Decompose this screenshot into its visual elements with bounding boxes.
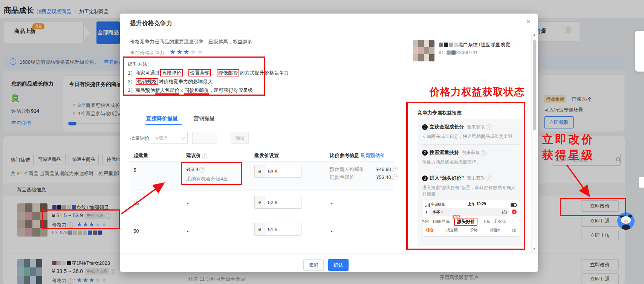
- phone-search-pill: 水杯 ×: [429, 208, 510, 216]
- col-header-suggest: 建议价?: [186, 152, 208, 159]
- panel-divider: [422, 170, 519, 170]
- col-header-set-price: 批发价设置: [254, 152, 279, 159]
- sort-price: 价格: [470, 228, 477, 233]
- methods-annotation-box: 提升方法: 1）商家可通过直接降价、设置营销、降低邮费的方式提升价格竞争力 2）…: [123, 56, 265, 96]
- clear-icon: ×: [441, 210, 443, 214]
- qty-cell: 50: [133, 228, 139, 234]
- battery-icon: [511, 203, 517, 207]
- ref-info-cell: -: [331, 200, 332, 206]
- modal-product-thumbnail: [413, 40, 434, 61]
- help-icon[interactable]: ?: [202, 153, 207, 159]
- help-icon[interactable]: ?: [486, 124, 491, 130]
- bulk-adjust-select[interactable]: 请选择: [151, 132, 188, 144]
- number-1-icon: 1: [422, 124, 428, 130]
- screen: 商品成长 消费品现货商品 | 加工定制商品 商品上新 流量 全部商品 通天打爆 …: [0, 0, 644, 284]
- methods-line-3: 3）商品预估新人包邮价＜同款包邮价，即可获得对应星级: [128, 86, 260, 95]
- row-divider: [130, 191, 394, 191]
- ref-info-cell: 预估新人包邮价¥46.90? 同款包邮价¥53.40?: [330, 165, 398, 181]
- col-header-ref: 比价参考信息 刷新预估价: [330, 152, 385, 159]
- yuan-prefix: ¥: [255, 165, 265, 177]
- suggest-annotation-box: [181, 162, 242, 185]
- star-icon: ★: [197, 48, 204, 56]
- benefits-panel-title: 竞争力专属权益预览: [418, 110, 462, 116]
- ref-label: 预估新人包邮价: [330, 165, 369, 173]
- ref-value: ¥53.40: [369, 173, 391, 181]
- methods-line-1: 1）商家可通过直接降价、设置营销、降低邮费的方式提升价格竞争力: [128, 69, 260, 77]
- tabs-divider: [130, 125, 394, 125]
- number-3-icon: 3: [422, 176, 428, 181]
- notification-badge: 4: [512, 209, 517, 214]
- phone-tab-source-price: 源头好价 包邮: [454, 218, 477, 226]
- modal-scrollbar: ▲ ▼: [531, 32, 537, 253]
- assistant-avatar[interactable]: [617, 212, 635, 230]
- ref-label: 同款包邮价: [330, 173, 369, 181]
- phone-tabs-row: 全部 1688严选 源头好价 包邮 上新 工业品: [422, 217, 520, 226]
- free-shipping-badge: 包邮: [453, 215, 460, 219]
- ref-value: ¥46.90: [369, 165, 391, 173]
- scroll-up-icon[interactable]: ▲: [533, 33, 536, 37]
- underline-same-item-price: 同款包邮价: [184, 87, 209, 95]
- phone-tab: 工业品: [493, 219, 506, 224]
- mascot-nose: [624, 220, 628, 223]
- star-icon: ★: [170, 48, 176, 56]
- number-2-icon: 2: [422, 150, 428, 156]
- modal-product-title: 黑白条纹T恤圆领显瘦宽…: [439, 41, 533, 48]
- help-icon[interactable]: ?: [486, 176, 491, 181]
- benefit-item-title: 3进入“源头好价”暂未获取?: [422, 175, 519, 182]
- suggest-price-cell: -: [187, 228, 188, 234]
- close-icon[interactable]: ✕: [526, 18, 531, 25]
- help-icon[interactable]: ?: [481, 150, 486, 156]
- bulk-adjust-input[interactable]: [193, 132, 217, 144]
- refresh-estimate-link[interactable]: 刷新预估价: [361, 153, 385, 158]
- benefit-item-desc: 价格力商品获搜索流量扶持。: [422, 159, 519, 165]
- phone-tab: 上新: [482, 219, 490, 224]
- tab-marketing[interactable]: 营销提星: [194, 115, 215, 122]
- col-header-qty: 起批量: [133, 152, 148, 159]
- panel-divider: [422, 144, 519, 145]
- phone-status-bar: 中国联通 上午 10:29: [422, 200, 520, 207]
- phone-mockup: 中国联通 上午 10:29 ‹ 水杯 × 4 全部 1688严: [422, 200, 520, 237]
- phone-search-row: ‹ 水杯 × 4: [422, 207, 520, 217]
- confirm-button[interactable]: 确认: [328, 259, 349, 271]
- tab-direct-discount[interactable]: 直接降价提星: [146, 115, 178, 122]
- price-input-row1: ¥: [254, 165, 301, 178]
- carrier-label: 中国联通: [431, 202, 445, 207]
- keyword-lower-shipping: 降低邮费: [217, 69, 239, 76]
- phone-tab: 1688严选: [432, 219, 450, 224]
- phone-tab: 全部: [422, 219, 429, 224]
- bulk-adjust-value-box: [192, 132, 217, 144]
- floating-tab[interactable]: [639, 177, 644, 188]
- wholesale-price-input[interactable]: [265, 169, 297, 174]
- floating-toolbar[interactable]: [635, 31, 644, 72]
- star-icon: ★: [183, 48, 190, 56]
- keyword-set-marketing: 设置营销: [188, 69, 211, 76]
- current-power-stars: ★★★★★: [170, 48, 204, 56]
- price-competitiveness-modal: 提升价格竞争力 ✕ 价格竞争力是商品的重要流量引擎，星级越高，权益越多 当前价格…: [120, 14, 538, 272]
- funnel-icon: ▽: [498, 229, 500, 232]
- bulk-confirm-button[interactable]: 确定: [231, 132, 249, 144]
- wholesale-price-input[interactable]: [265, 227, 297, 232]
- help-icon[interactable]: ?: [392, 166, 398, 172]
- modal-product-id: ID: 33460791: [439, 50, 478, 55]
- sort-filter: 筛选▽: [490, 228, 500, 233]
- chevron-down-icon: [181, 135, 185, 139]
- camera-icon: [502, 210, 507, 214]
- wholesale-price-input[interactable]: [265, 200, 297, 205]
- sort-composite: 综合: [426, 228, 434, 233]
- scrollbar-thumb[interactable]: [533, 40, 536, 130]
- benefit-item-desc: 进入搜索“源头好价”场景，获取好价敏感专属人群流量；: [422, 185, 519, 197]
- help-icon[interactable]: ?: [392, 174, 398, 180]
- scroll-down-icon[interactable]: ▼: [533, 247, 536, 250]
- grid-view-icon: [512, 229, 516, 232]
- row-divider: [130, 221, 394, 221]
- status-time: 上午 10:29: [445, 202, 509, 207]
- keyword-direct-discount: 直接降价: [160, 69, 183, 76]
- sort-volume: 成交额: [446, 228, 457, 233]
- cancel-button[interactable]: 取消: [303, 259, 324, 271]
- bulk-adjust-label: 批量调价: [130, 135, 150, 142]
- phone-sort-row: 综合 成交额 价格 筛选▽: [422, 226, 520, 233]
- qty-cell: 5: [133, 167, 136, 173]
- ref-info-cell: -: [331, 228, 332, 234]
- price-input-row2: ¥: [254, 196, 301, 209]
- underline-newcomer-price: 新人包邮价: [155, 87, 179, 95]
